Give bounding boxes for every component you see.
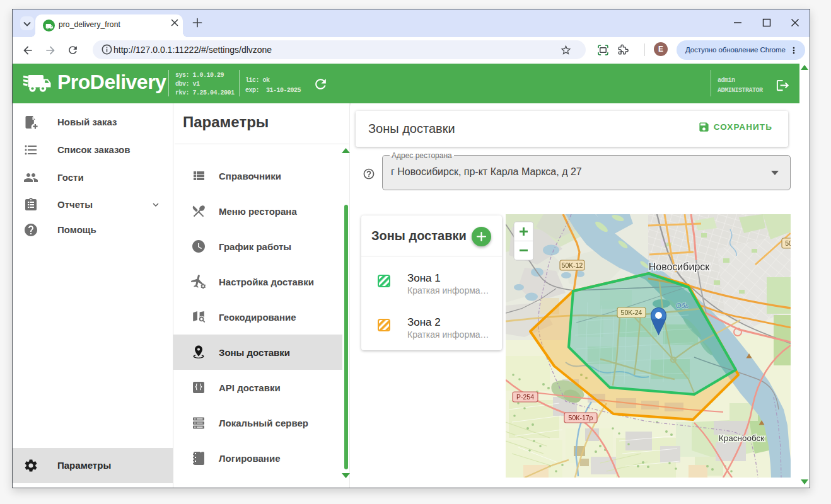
svg-text:Р-254: Р-254: [516, 393, 534, 401]
svg-text:50K-12: 50K-12: [562, 261, 583, 269]
svg-text:50: 50: [785, 239, 791, 247]
svg-text:50К-17р: 50К-17р: [569, 414, 593, 421]
svg-text:Краснообск: Краснообск: [719, 433, 764, 443]
svg-text:Новосибирск: Новосибирск: [649, 261, 711, 272]
svg-text:Обь: Обь: [676, 302, 689, 309]
svg-text:50K-24: 50K-24: [621, 309, 642, 316]
